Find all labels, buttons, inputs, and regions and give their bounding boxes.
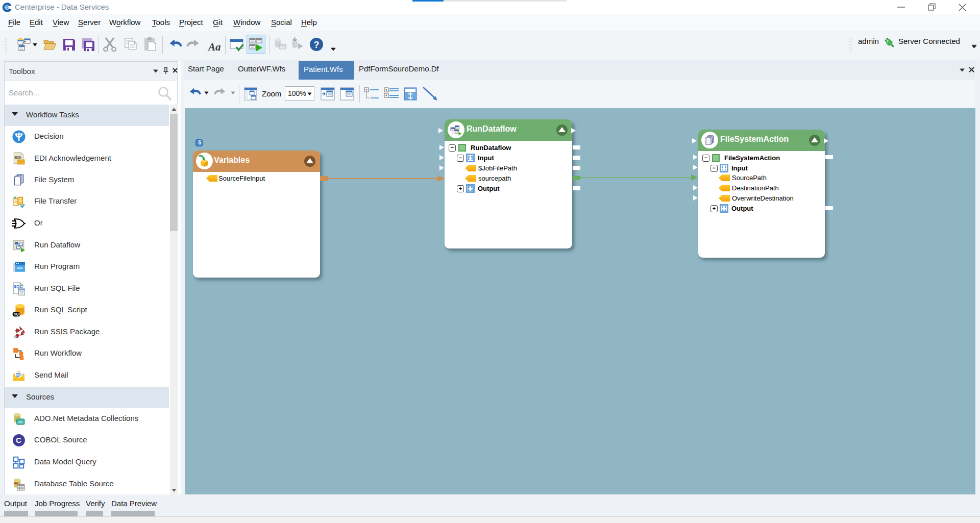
svg-text:EDI: EDI	[14, 155, 21, 160]
svg-text:SQL: SQL	[14, 284, 22, 289]
svg-text:<>: <>	[18, 420, 22, 425]
svg-text:SQL: SQL	[14, 312, 20, 316]
svg-text:?: ?	[314, 40, 320, 50]
svg-text:</>: </>	[17, 266, 23, 270]
svg-text:C: C	[16, 436, 21, 444]
